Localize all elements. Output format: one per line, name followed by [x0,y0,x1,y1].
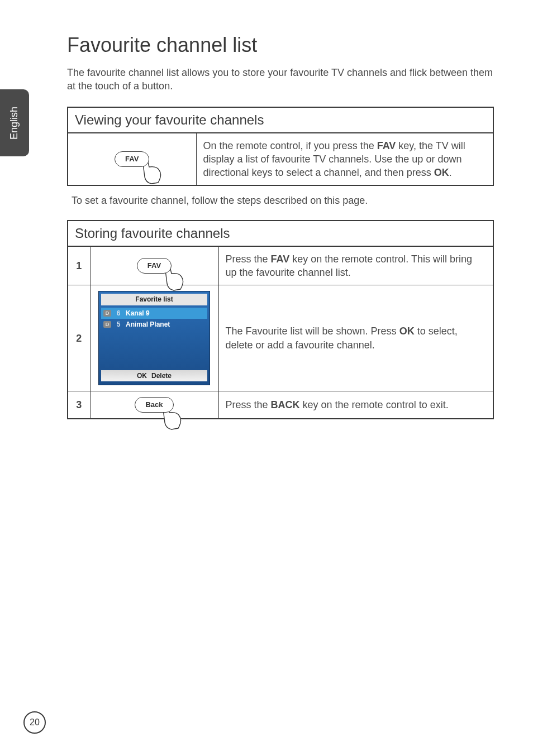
step-2-desc-pre: The Favourite list will be shown. Press [226,326,399,337]
step-num-3: 3 [68,391,90,419]
favlist-num-0: 6 [115,309,122,318]
favlist-name-0: Kanal 9 [126,309,150,318]
step-3-description: Press the BACK key on the remote control… [218,391,493,419]
step-3-desc-bold: BACK [271,399,300,410]
step-3-desc-pre: Press the [226,399,271,410]
favlist-row-1: D 5 Animal Planet [101,319,207,330]
page-title: Favourite channel list [67,34,494,57]
favlist-badge-0: D [103,310,111,317]
viewing-description-cell: On the remote control, if you press the … [196,133,493,186]
favlist-footer-delete: Delete [151,371,172,380]
step-1-key-label: FAV [137,258,172,274]
table-row: 2 Favorite list D 6 Kanal 9 D 5 Animal P… [68,285,493,391]
step-3-key-label: Back [135,397,173,413]
fav-key-label: FAV [115,151,149,167]
page-number: 20 [23,711,46,734]
step-1-illustration: FAV [90,246,218,285]
remote-key-fav: FAV [115,151,149,167]
step-1-description: Press the FAV key on the remote control.… [218,246,493,285]
step-1-desc-pre: Press the [226,253,271,265]
viewing-desc-post: . [449,167,452,178]
viewing-illustration-cell: FAV [68,133,196,186]
step-2-illustration: Favorite list D 6 Kanal 9 D 5 Animal Pla… [90,285,218,391]
step-3-desc-post: key on the remote control to exit. [300,399,449,410]
viewing-table: Viewing your favourite channels FAV On t… [67,107,494,186]
viewing-header: Viewing your favourite channels [68,107,493,133]
favlist-row-0: D 6 Kanal 9 [101,308,207,319]
table-row: 1 FAV Press the FAV key on the remote co… [68,246,493,285]
table-row: 3 Back Press the BACK key on the remote … [68,391,493,419]
intro-paragraph: The favourite channel list allows you to… [67,66,494,93]
favlist-spacer [101,330,207,369]
language-tab-label: English [9,106,21,139]
step-num-1: 1 [68,246,90,285]
step-3-illustration: Back [90,391,218,419]
step-2-desc-bold: OK [399,326,415,337]
favlist-name-1: Animal Planet [126,320,170,329]
storing-header: Storing favourite channels [68,221,493,246]
remote-key-fav-step1: FAV [137,258,172,274]
step-1-desc-bold: FAV [271,253,290,265]
storing-table: Storing favourite channels 1 FAV Press t… [67,220,494,419]
favlist-footer: OK Delete [101,370,207,381]
favlist-footer-ok: OK [137,371,147,380]
remote-key-back: Back [135,397,173,413]
favlist-num-1: 5 [115,320,122,329]
viewing-desc-bold2: OK [434,167,449,178]
viewing-desc-pre: On the remote control, if you press the [203,140,377,151]
language-tab: English [0,89,29,156]
favlist-badge-1: D [103,321,111,328]
step-2-description: The Favourite list will be shown. Press … [218,285,493,391]
viewing-desc-bold1: FAV [377,140,396,151]
page-root: English Favourite channel list The favou… [0,0,533,756]
step-num-2: 2 [68,285,90,391]
middle-note: To set a favourite channel, follow the s… [72,194,494,207]
favourite-list-screenshot: Favorite list D 6 Kanal 9 D 5 Animal Pla… [98,291,210,385]
favlist-title: Favorite list [101,294,207,305]
